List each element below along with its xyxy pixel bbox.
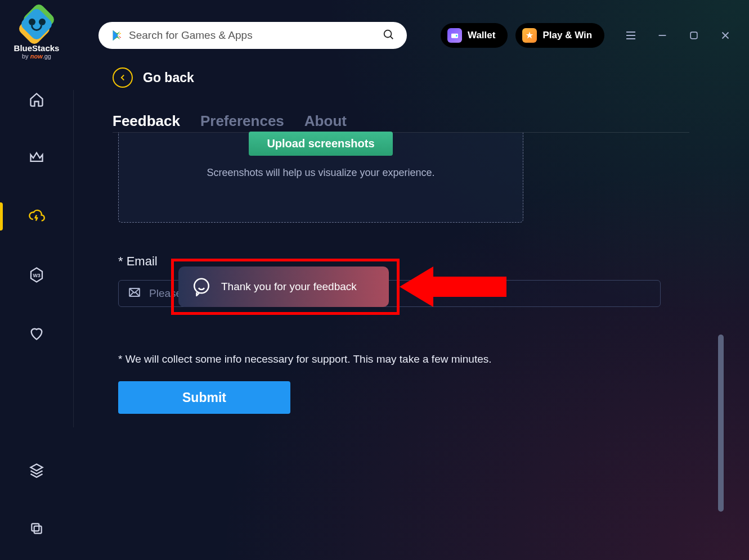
svg-rect-2 (32, 523, 39, 531)
tab-feedback[interactable]: Feedback (113, 112, 180, 130)
main-content: Go back Feedback Preferences About Uploa… (98, 67, 689, 414)
close-icon[interactable] (718, 28, 733, 43)
minimize-icon[interactable] (655, 28, 670, 43)
search-bar[interactable] (98, 22, 407, 49)
sidebar-divider (73, 90, 74, 427)
mail-icon (128, 286, 141, 301)
w3-hexagon-icon[interactable]: W3 (28, 266, 46, 284)
upload-dropzone[interactable]: Upload screenshots Screenshots will help… (118, 133, 523, 223)
wallet-label: Wallet (468, 30, 495, 41)
play-win-button[interactable]: Play & Win (515, 23, 604, 48)
search-input[interactable] (129, 29, 382, 42)
cloud-bolt-icon[interactable] (28, 207, 46, 225)
play-win-label: Play & Win (542, 30, 592, 41)
wallet-button[interactable]: Wallet (441, 23, 508, 48)
star-icon (522, 28, 537, 43)
layers-icon[interactable] (28, 461, 46, 479)
tab-row: Feedback Preferences About (113, 112, 689, 133)
brand-subtitle: by now.gg (14, 53, 60, 60)
heart-icon[interactable] (28, 324, 46, 342)
arrow-left-icon (113, 67, 133, 88)
hamburger-icon[interactable] (624, 28, 638, 43)
go-back-label: Go back (143, 70, 194, 85)
crown-icon[interactable] (28, 149, 46, 167)
svg-point-3 (384, 30, 392, 38)
annotation-arrow-icon (400, 263, 506, 310)
wallet-icon (447, 28, 462, 43)
info-disclaimer: * We will collect some info necessary fo… (118, 353, 689, 365)
submit-button[interactable]: Submit (118, 381, 290, 414)
annotation-frame (171, 259, 400, 315)
svg-rect-1 (34, 526, 42, 534)
bluestacks-logo-icon (21, 8, 52, 40)
search-icon[interactable] (382, 28, 394, 43)
copy-icon[interactable] (28, 520, 46, 538)
upload-screenshots-button[interactable]: Upload screenshots (249, 132, 392, 156)
submit-label: Submit (182, 390, 226, 405)
top-bar: Wallet Play & Win (98, 21, 738, 49)
svg-text:W3: W3 (33, 273, 40, 278)
brand-logo[interactable]: BlueStacks by now.gg (14, 8, 60, 60)
tab-about[interactable]: About (304, 112, 347, 130)
left-sidebar: BlueStacks by now.gg W3 (0, 0, 73, 560)
svg-rect-6 (690, 32, 697, 39)
go-back-button[interactable]: Go back (113, 67, 689, 88)
google-play-icon (111, 29, 123, 42)
upload-hint: Screenshots will help us visualize your … (207, 167, 434, 179)
svg-point-5 (456, 35, 458, 37)
brand-name: BlueStacks (14, 43, 60, 53)
scrollbar[interactable] (718, 335, 724, 512)
tab-preferences[interactable]: Preferences (200, 112, 284, 130)
home-icon[interactable] (28, 91, 46, 109)
maximize-icon[interactable] (687, 28, 701, 43)
